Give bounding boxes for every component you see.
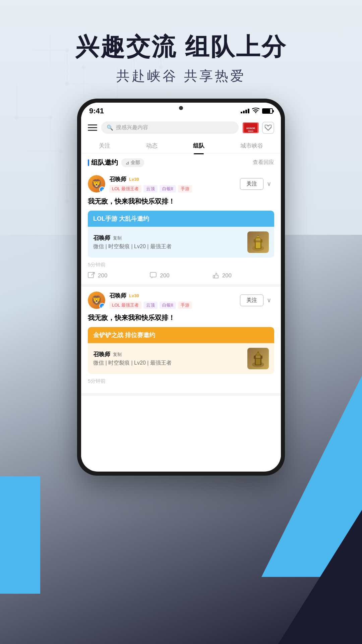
nav-tabs: 关注 动态 组队 城市峡谷	[81, 137, 281, 153]
header-title: 兴趣交流 组队上分	[75, 34, 287, 60]
tag-yunding-2: 云顶	[143, 302, 158, 309]
comment-action-1[interactable]: 200	[150, 272, 212, 279]
share-icon-1	[88, 272, 95, 279]
top-bar: 🔍 搜感兴趣内容 HONOR KINGS	[81, 118, 281, 137]
phone-inner: 9:41	[81, 103, 281, 472]
invite-card-header-2: 金铲铲之战 排位赛邀约	[88, 327, 274, 343]
follow-button-2[interactable]: 关注	[240, 294, 263, 306]
post-header-1: 🦁 ✓ 召唤师 Lv30 LOL 最强王者 云顶 白银II 手游	[88, 175, 274, 193]
post-time-2: 5分钟前	[88, 378, 274, 384]
svg-rect-24	[88, 272, 94, 278]
svg-text:HONOR: HONOR	[246, 127, 255, 129]
tag-silver-1: 白银II	[160, 185, 176, 193]
invite-username-1: 召唤师 复制	[93, 234, 172, 242]
like-action-1[interactable]: 200	[212, 272, 274, 279]
post-actions-1: 200 200 200	[88, 272, 274, 279]
share-count-1: 200	[98, 272, 107, 279]
avatar-1: 🦁 ✓	[88, 175, 105, 193]
signal-bar-3	[245, 110, 247, 113]
signal-bar-4	[248, 109, 249, 113]
tag-lol-1: LOL 最强王者	[109, 185, 141, 193]
status-bar: 9:41	[81, 103, 281, 118]
invite-user-info-1: 召唤师 复制 微信 | 时空裂痕 | Lv20 | 最强王者	[93, 234, 172, 250]
level-badge-2: Lv30	[129, 293, 139, 298]
user-info-2: 召唤师 Lv30 LOL 最强王者 云顶 白银II 手游	[109, 292, 240, 309]
status-icons	[241, 108, 273, 115]
see-more-link[interactable]: 查看回应	[253, 159, 274, 166]
section-title-text: 组队邀约	[91, 158, 118, 167]
svg-rect-29	[256, 359, 260, 365]
expand-button-1[interactable]: ∨	[263, 178, 274, 189]
battery-icon	[262, 108, 273, 114]
menu-icon[interactable]	[88, 124, 97, 131]
tab-team[interactable]: 组队	[188, 140, 210, 152]
filter-icon: ⊿	[125, 160, 129, 165]
svg-rect-26	[213, 275, 215, 278]
svg-point-11	[65, 200, 69, 203]
post-content-2: 我无敌，快来我和快乐双排！	[88, 313, 274, 322]
invite-card-body-2: 召唤师 复制 微信 | 时空裂痕 | Lv20 | 最强王者	[88, 343, 274, 374]
camera-notch	[179, 106, 183, 110]
heart-button[interactable]	[262, 122, 274, 134]
copy-button-1[interactable]: 复制	[113, 235, 122, 241]
avatar-2: 🦁 ✓	[88, 291, 105, 309]
svg-rect-21	[254, 239, 256, 243]
invite-details-1: 微信 | 时空裂痕 | Lv20 | 最强王者	[93, 243, 172, 250]
header-subtitle: 共赴峡谷 共享热爱	[75, 67, 287, 85]
svg-text:KINGS: KINGS	[248, 130, 254, 132]
svg-rect-32	[254, 356, 256, 359]
svg-point-0	[65, 49, 69, 52]
tab-city[interactable]: 城市峡谷	[235, 140, 268, 152]
svg-point-8	[59, 149, 62, 153]
invite-name-text-2: 召唤师	[93, 351, 110, 358]
user-name-row-1: 召唤师 Lv30	[109, 175, 240, 183]
game-logo: HONOR KINGS	[243, 122, 259, 133]
invite-user-info-2: 召唤师 复制 微信 | 时空裂痕 | Lv20 | 最强王者	[93, 351, 172, 367]
post-time-1: 5分钟前	[88, 262, 274, 268]
top-bar-right: HONOR KINGS	[243, 122, 274, 134]
menu-line-1	[88, 124, 97, 125]
app-content: 🔍 搜感兴趣内容 HONOR KINGS	[81, 118, 281, 471]
game-character-2	[247, 348, 269, 369]
tab-follow[interactable]: 关注	[94, 140, 116, 152]
game-character-1	[247, 231, 269, 253]
search-bar[interactable]: 🔍 搜感兴趣内容	[101, 121, 239, 134]
svg-rect-22	[260, 239, 262, 243]
section-title-group: 组队邀约 ⊿ 全部	[88, 158, 144, 167]
tag-silver-2: 白银II	[160, 302, 176, 309]
header-section: 兴趣交流 组队上分 共赴峡谷 共享热爱	[75, 0, 287, 85]
menu-line-3	[88, 130, 97, 131]
signal-bars	[241, 109, 249, 113]
like-icon-1	[212, 272, 220, 279]
copy-button-2[interactable]: 复制	[113, 352, 122, 358]
level-badge-1: Lv30	[129, 177, 139, 182]
invite-card-2: 金铲铲之战 排位赛邀约 召唤师 复制 微信 | 时空裂痕 | Lv20 | 最强…	[88, 327, 274, 374]
invite-card-1: LOL手游 大乱斗邀约 召唤师 复制 微信 | 时空裂痕 | Lv20 | 最强…	[88, 211, 274, 258]
share-action-1[interactable]: 200	[88, 272, 150, 279]
menu-line-2	[88, 127, 97, 128]
search-icon: 🔍	[107, 124, 113, 131]
wifi-icon	[252, 108, 259, 115]
section-bar	[88, 159, 89, 166]
follow-button-1[interactable]: 关注	[240, 178, 263, 190]
user-name-row-2: 召唤师 Lv30	[109, 292, 240, 300]
comment-count-1: 200	[160, 272, 169, 279]
tag-mobile-1: 手游	[178, 185, 192, 193]
svg-point-5	[49, 116, 52, 119]
user-tags-1: LOL 最强王者 云顶 白银II 手游	[109, 185, 240, 193]
post-card-1: 🦁 ✓ 召唤师 Lv30 LOL 最强王者 云顶 白银II 手游	[81, 170, 281, 287]
svg-point-34	[256, 353, 260, 356]
avatar-badge-2: ✓	[99, 303, 105, 309]
phone-mockup: 9:41	[77, 99, 285, 476]
svg-point-1	[65, 82, 69, 86]
username-1: 召唤师	[109, 175, 126, 183]
expand-button-2[interactable]: ∨	[263, 295, 274, 306]
invite-username-2: 召唤师 复制	[93, 351, 172, 358]
filter-label: 全部	[131, 160, 140, 166]
status-time: 9:41	[89, 107, 104, 115]
section-header: 组队邀约 ⊿ 全部 查看回应	[81, 153, 281, 170]
tab-dynamic[interactable]: 动态	[141, 140, 163, 152]
filter-button[interactable]: ⊿ 全部	[121, 158, 144, 167]
post-header-2: 🦁 ✓ 召唤师 Lv30 LOL 最强王者 云顶 白银II 手游	[88, 291, 274, 309]
invite-card-body-1: 召唤师 复制 微信 | 时空裂痕 | Lv20 | 最强王者	[88, 227, 274, 258]
